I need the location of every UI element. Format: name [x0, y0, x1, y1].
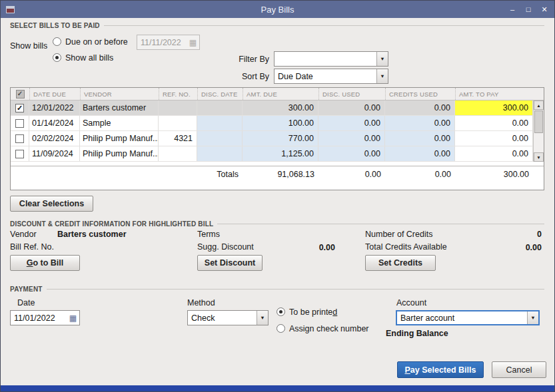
payment-date-label: Date	[17, 298, 35, 308]
due-date-field: 11/11/2022 ▦	[137, 35, 200, 50]
cell-disc-date	[197, 131, 243, 146]
vendor-value: Barters customer	[57, 230, 127, 240]
filter-by-dropdown[interactable]: ▼	[274, 51, 388, 67]
set-credits-button[interactable]: Set Credits	[365, 255, 436, 271]
title-bar: Pay Bills – □ ✕	[1, 1, 554, 18]
sort-by-label: Sort By	[217, 72, 269, 82]
minimize-icon[interactable]: –	[508, 1, 517, 18]
table-row[interactable]: ✓ 12/01/2022 Barters customer 300.00 0.0…	[11, 100, 544, 116]
totals-credits-used: 0.00	[385, 166, 455, 182]
cell-vendor: Sample	[80, 116, 159, 130]
sort-by-dropdown[interactable]: Due Date ▼	[274, 69, 388, 84]
show-all-bills-label[interactable]: Show all bills	[65, 53, 113, 63]
row-checkbox[interactable]	[15, 119, 24, 128]
go-to-bill-button[interactable]: Go to Bill	[10, 255, 80, 271]
set-discount-button[interactable]: Set Discount	[197, 255, 263, 271]
cell-amt-to-pay[interactable]: 0.00	[455, 146, 533, 161]
assign-check-number-label[interactable]: Assign check number	[289, 324, 369, 333]
check-icon: ✓	[16, 90, 25, 98]
cell-disc-date	[197, 100, 243, 115]
cancel-button[interactable]: Cancel	[492, 361, 546, 378]
number-of-credits-value: 0	[537, 230, 542, 240]
chevron-down-icon: ▼	[376, 69, 388, 83]
window-icon	[6, 6, 15, 13]
section-title-discount-credit: DISCOUNT & CREDIT INFORMATION FOR HIGHLI…	[10, 220, 213, 228]
calendar-icon[interactable]: ▦	[67, 314, 79, 322]
section-divider	[104, 25, 544, 26]
checkbox-cell	[11, 116, 29, 130]
cell-amt-due: 300.00	[243, 100, 318, 115]
cell-amt-to-pay[interactable]: 300.00	[455, 100, 533, 115]
table-row[interactable]: 11/09/2024 Philip Pump Manuf... 1,125.00…	[11, 146, 544, 162]
method-dropdown[interactable]: Check ▼	[187, 310, 269, 325]
col-ref-no[interactable]: REF. NO.	[159, 88, 197, 100]
radio-due-on-or-before[interactable]	[53, 37, 61, 46]
table-scrollbar[interactable]: ▲ ▼	[533, 100, 544, 162]
col-vendor[interactable]: VENDOR	[80, 88, 159, 100]
cell-vendor: Barters customer	[80, 100, 159, 115]
col-credits-used[interactable]: CREDITS USED	[385, 88, 455, 100]
pay-selected-bills-button[interactable]: Pay Selected Bills	[397, 361, 484, 378]
radio-to-be-printed[interactable]	[277, 307, 285, 316]
table-row[interactable]: 02/02/2024 Philip Pump Manuf... 4321 770…	[11, 131, 544, 146]
cell-amt-to-pay[interactable]: 0.00	[455, 131, 533, 146]
radio-show-all-bills[interactable]	[53, 53, 61, 62]
cell-date-due: 01/14/2024	[29, 116, 80, 130]
account-dropdown[interactable]: Barter account ▼	[396, 310, 540, 325]
scrollbar-thumb[interactable]	[534, 110, 543, 133]
chevron-down-icon: ▼	[257, 311, 268, 325]
cell-amt-due: 1,125.00	[243, 146, 318, 161]
payment-date-value: 11/01/2022	[11, 313, 67, 323]
cell-credits-used: 0.00	[385, 116, 455, 130]
bills-table: ✓ DATE DUE VENDOR REF. NO. DISC. DATE AM…	[10, 87, 544, 190]
cell-amt-due: 100.00	[243, 116, 318, 130]
maximize-icon[interactable]: □	[524, 1, 533, 18]
cell-amt-to-pay[interactable]: 0.00	[455, 116, 533, 130]
clear-selections-button[interactable]: Clear Selections	[10, 196, 93, 212]
col-disc-date[interactable]: DISC. DATE	[197, 88, 243, 100]
totals-row: Totals 91,068.13 0.00 0.00 300.00	[11, 166, 544, 182]
row-checkbox[interactable]: ✓	[15, 104, 24, 112]
total-credits-available-value: 0.00	[526, 243, 542, 253]
table-row[interactable]: 01/14/2024 Sample 100.00 0.00 0.00 0.00	[11, 116, 544, 131]
col-disc-used[interactable]: DISC. USED	[318, 88, 385, 100]
bottom-strip	[1, 385, 554, 391]
account-label: Account	[396, 298, 426, 308]
row-checkbox[interactable]	[15, 134, 24, 143]
totals-amt-to-pay: 300.00	[455, 166, 533, 182]
cell-credits-used: 0.00	[385, 131, 455, 146]
to-be-printed-label[interactable]: To be printed	[289, 307, 337, 317]
col-amt-due[interactable]: AMT. DUE	[243, 88, 318, 100]
section-payment: PAYMENT	[10, 286, 544, 293]
sort-by-value: Due Date	[275, 72, 376, 81]
sugg-discount-value: 0.00	[287, 243, 335, 253]
payment-date-field[interactable]: 11/01/2022 ▦	[10, 310, 80, 325]
section-title-select-bills: SELECT BILLS TO BE PAID	[10, 22, 100, 29]
scroll-down-icon[interactable]: ▼	[534, 152, 544, 162]
radio-assign-check-number[interactable]	[277, 324, 285, 333]
show-bills-label: Show bills	[10, 41, 47, 51]
pay-bills-window: Pay Bills – □ ✕ SELECT BILLS TO BE PAID …	[0, 0, 555, 392]
section-select-bills: SELECT BILLS TO BE PAID	[10, 22, 544, 29]
window-controls: – □ ✕	[508, 1, 549, 18]
cell-credits-used: 0.00	[385, 100, 455, 115]
scroll-up-icon[interactable]: ▲	[534, 100, 544, 110]
total-credits-available-label: Total Credits Available	[365, 242, 447, 252]
col-amt-to-pay[interactable]: AMT. TO PAY	[455, 88, 533, 100]
due-on-or-before-label[interactable]: Due on or before	[65, 37, 128, 47]
cell-disc-used: 0.00	[318, 100, 385, 115]
close-icon[interactable]: ✕	[540, 1, 549, 18]
cell-amt-due: 770.00	[243, 131, 318, 146]
cell-disc-used: 0.00	[318, 131, 385, 146]
select-all-checkbox[interactable]: ✓	[11, 88, 29, 100]
cell-disc-used: 0.00	[318, 116, 385, 130]
totals-disc-used: 0.00	[318, 166, 385, 182]
row-checkbox[interactable]	[15, 150, 24, 158]
cell-disc-date	[197, 146, 243, 161]
chevron-down-icon: ▼	[376, 52, 388, 66]
sugg-discount-label: Sugg. Discount	[197, 242, 254, 252]
cell-ref-no: 4321	[159, 131, 197, 146]
totals-amt-due: 91,068.13	[243, 166, 318, 182]
col-date-due[interactable]: DATE DUE	[29, 88, 80, 100]
cell-date-due: 11/09/2024	[29, 146, 80, 161]
